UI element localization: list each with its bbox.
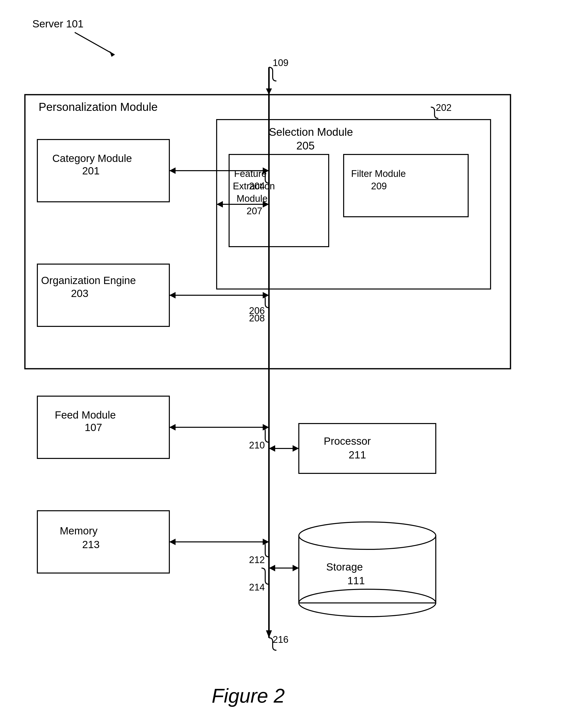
svg-marker-15 bbox=[169, 292, 176, 299]
svg-rect-6 bbox=[37, 139, 169, 202]
org-engine-ref: 203 bbox=[71, 288, 88, 299]
svg-marker-33 bbox=[169, 539, 176, 545]
ref-216: 216 bbox=[273, 634, 289, 645]
feature-extraction-ref: 207 bbox=[246, 206, 262, 216]
svg-rect-20 bbox=[37, 396, 169, 458]
svg-marker-18 bbox=[217, 201, 223, 208]
svg-marker-3 bbox=[266, 88, 272, 95]
feature-extraction-label-3: Module bbox=[237, 193, 268, 204]
server-label: Server 101 bbox=[32, 18, 84, 30]
diagram: Server 101 109 Personalization Module 20… bbox=[0, 0, 571, 728]
org-engine-label: Organization Engine bbox=[41, 275, 136, 286]
processor-label: Processor bbox=[324, 435, 371, 447]
svg-rect-21 bbox=[37, 511, 169, 573]
memory-label: Memory bbox=[60, 525, 98, 537]
feed-module-label: Feed Module bbox=[55, 409, 116, 421]
processor-ref: 211 bbox=[349, 449, 366, 461]
storage-ref: 111 bbox=[347, 575, 365, 587]
ref-208: 208 bbox=[249, 313, 265, 323]
svg-rect-7 bbox=[37, 264, 169, 326]
selection-module-ref: 205 bbox=[296, 139, 315, 152]
ref-109: 109 bbox=[273, 58, 289, 68]
feature-extraction-label-1: Feature bbox=[234, 169, 267, 179]
svg-marker-37 bbox=[269, 565, 275, 571]
personalization-module-label: Personalization Module bbox=[38, 100, 158, 113]
svg-marker-31 bbox=[269, 445, 275, 452]
ref-210: 210 bbox=[249, 440, 265, 450]
selection-module-label: Selection Module bbox=[269, 126, 353, 138]
ref-214: 214 bbox=[249, 582, 265, 593]
ref-212: 212 bbox=[249, 554, 265, 565]
figure-caption: Figure 2 bbox=[212, 685, 284, 707]
svg-marker-36 bbox=[293, 565, 299, 571]
svg-rect-22 bbox=[299, 424, 436, 474]
svg-marker-12 bbox=[169, 168, 176, 174]
svg-rect-5 bbox=[25, 95, 510, 369]
svg-line-0 bbox=[75, 32, 115, 55]
ref-202: 202 bbox=[436, 102, 451, 113]
filter-module-ref: 209 bbox=[371, 181, 387, 191]
category-module-label: Category Module bbox=[52, 152, 132, 164]
svg-marker-30 bbox=[293, 445, 299, 452]
svg-point-24 bbox=[299, 522, 436, 549]
memory-ref: 213 bbox=[82, 539, 100, 550]
svg-rect-10 bbox=[344, 154, 468, 217]
filter-module-label: Filter Module bbox=[351, 169, 406, 179]
feature-extraction-label-2: Extraction bbox=[233, 181, 275, 191]
storage-label: Storage bbox=[326, 561, 363, 573]
feed-module-ref: 107 bbox=[85, 422, 102, 433]
svg-marker-38 bbox=[266, 630, 272, 638]
svg-marker-27 bbox=[169, 424, 176, 430]
category-module-ref: 201 bbox=[82, 165, 100, 177]
